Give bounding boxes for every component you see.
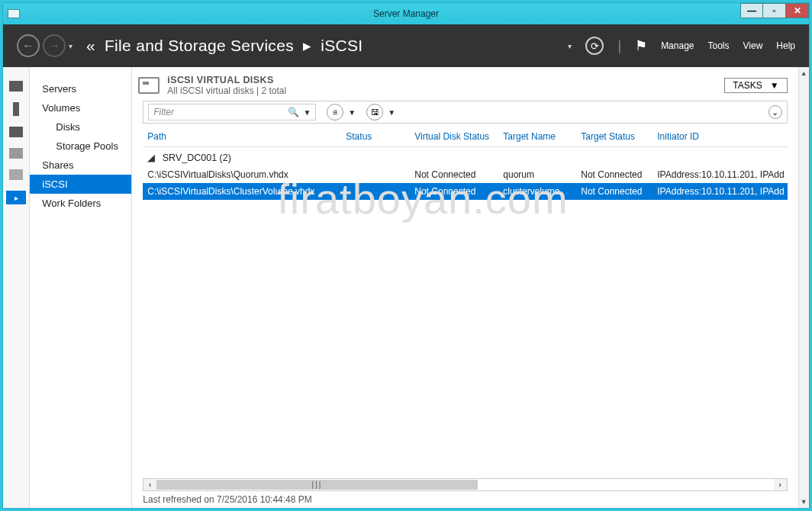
scroll-thumb[interactable]: ||| bbox=[156, 480, 477, 490]
sidebar-item-disks[interactable]: Disks bbox=[30, 117, 131, 137]
rail-role2-icon[interactable] bbox=[9, 169, 23, 180]
vscroll-track[interactable] bbox=[799, 79, 809, 496]
cell-path: C:\iSCSIVirtualDisks\ClusterVolume.vhdx bbox=[143, 185, 341, 198]
header-bar: ← → ▾ « File and Storage Services ▸ iSCS… bbox=[3, 24, 809, 67]
header-right: ▾ ⟳ | ⚑ Manage Tools View Help bbox=[568, 37, 795, 55]
menu-view[interactable]: View bbox=[743, 40, 763, 51]
group-count: (2) bbox=[220, 153, 231, 163]
sidebar-item-iscsi[interactable]: iSCSI bbox=[30, 175, 131, 194]
breadcrumb-level-1[interactable]: File and Storage Services bbox=[105, 37, 294, 55]
sidebar-item-volumes[interactable]: Volumes bbox=[30, 98, 131, 117]
filter-placeholder: Filter bbox=[153, 107, 174, 117]
cell-status bbox=[341, 185, 410, 198]
col-target-name[interactable]: Target Name bbox=[498, 127, 576, 146]
search-icon[interactable]: 🔍 bbox=[286, 107, 300, 117]
sidebar-item-work-folders[interactable]: Work Folders bbox=[30, 194, 131, 213]
panel-title: iSCSI VIRTUAL DISKS bbox=[167, 75, 286, 85]
save-dropdown-icon[interactable]: ▼ bbox=[388, 108, 395, 117]
side-nav: Servers Volumes Disks Storage Pools Shar… bbox=[30, 67, 132, 508]
scroll-down-button[interactable]: ▼ bbox=[799, 496, 809, 508]
table: Path Status Virtual Disk Status Target N… bbox=[143, 127, 787, 491]
cell-vds: Not Connected bbox=[410, 185, 498, 198]
cell-ini: IPAddress:10.10.11.201, IPAdd bbox=[652, 169, 787, 181]
rail-dashboard-icon[interactable] bbox=[9, 81, 23, 92]
chevron-down-icon: ▼ bbox=[770, 80, 779, 91]
col-target-status[interactable]: Target Status bbox=[576, 127, 652, 146]
horizontal-scrollbar[interactable]: ‹ ||| › bbox=[143, 478, 787, 491]
rail-all-servers-icon[interactable] bbox=[9, 127, 23, 137]
window-frame: Server Manager — ▫ ✕ ← → ▾ « File and St… bbox=[2, 2, 810, 509]
window-title: Server Manager bbox=[3, 8, 809, 19]
cell-status bbox=[341, 169, 410, 181]
sidebar-item-shares[interactable]: Shares bbox=[30, 156, 131, 175]
rail-file-storage-icon[interactable]: ▸ bbox=[6, 191, 26, 204]
breadcrumb-back-glyph[interactable]: « bbox=[86, 37, 95, 55]
table-row[interactable]: C:\iSCSIVirtualDisks\Quorum.vhdx Not Con… bbox=[143, 166, 787, 183]
expand-all-button[interactable]: ⌄ bbox=[768, 105, 782, 119]
tasks-button[interactable]: TASKS ▼ bbox=[724, 78, 787, 93]
rail-role-icon[interactable] bbox=[9, 148, 23, 159]
scroll-right-button[interactable]: › bbox=[774, 479, 787, 490]
col-status[interactable]: Status bbox=[341, 127, 410, 146]
filter-dropdown-icon[interactable]: ▼ bbox=[303, 108, 311, 117]
rail-local-server-icon[interactable] bbox=[13, 102, 19, 116]
body: ▸ Servers Volumes Disks Storage Pools Sh… bbox=[3, 67, 809, 508]
forward-button[interactable]: → bbox=[43, 34, 66, 57]
cell-path: C:\iSCSIVirtualDisks\Quorum.vhdx bbox=[143, 169, 341, 181]
separator: | bbox=[617, 38, 621, 54]
refresh-button[interactable]: ⟳ bbox=[585, 37, 604, 55]
cell-target: quorum bbox=[498, 169, 576, 181]
sidebar-item-storage-pools[interactable]: Storage Pools bbox=[30, 137, 131, 156]
vertical-scrollbar[interactable]: ▲ ▼ bbox=[798, 67, 809, 508]
main-panel: firatboyan.com iSCSI VIRTUAL DISKS All i… bbox=[132, 67, 798, 508]
breadcrumb-level-2[interactable]: iSCSI bbox=[321, 37, 362, 55]
breadcrumb-separator-icon: ▸ bbox=[303, 37, 311, 55]
group-row[interactable]: ◢ SRV_DC001 (2) bbox=[143, 147, 787, 166]
back-button[interactable]: ← bbox=[17, 34, 40, 57]
tasks-label: TASKS bbox=[733, 80, 762, 91]
list-view-dropdown-icon[interactable]: ▼ bbox=[348, 108, 356, 117]
filter-input[interactable]: Filter 🔍 ▼ bbox=[148, 104, 316, 121]
maximize-button[interactable]: ▫ bbox=[763, 3, 786, 18]
nav-history-dropdown[interactable]: ▾ bbox=[69, 42, 72, 50]
status-line: Last refreshed on 7/25/2016 10:44:48 PM bbox=[132, 491, 798, 508]
titlebar[interactable]: Server Manager — ▫ ✕ bbox=[3, 3, 809, 24]
cell-vds: Not Connected bbox=[410, 169, 498, 181]
col-initiator-id[interactable]: Initiator ID bbox=[652, 127, 787, 146]
col-path[interactable]: Path bbox=[143, 127, 341, 146]
table-header: Path Status Virtual Disk Status Target N… bbox=[143, 127, 787, 147]
col-virtual-disk-status[interactable]: Virtual Disk Status bbox=[410, 127, 498, 146]
group-name: SRV_DC001 bbox=[163, 153, 217, 163]
menu-tools[interactable]: Tools bbox=[708, 40, 730, 51]
notifications-flag-icon[interactable]: ⚑ bbox=[635, 37, 647, 54]
cell-ts: Not Connected bbox=[576, 185, 652, 198]
cell-ini: IPAddress:10.10.11.201, IPAdd bbox=[652, 185, 787, 198]
breadcrumb: « File and Storage Services ▸ iSCSI bbox=[86, 37, 362, 55]
table-row[interactable]: C:\iSCSIVirtualDisks\ClusterVolume.vhdx … bbox=[143, 183, 787, 200]
panel-subtitle: All iSCSI virtual disks | 2 total bbox=[167, 85, 286, 96]
close-button[interactable]: ✕ bbox=[786, 3, 809, 18]
disk-icon bbox=[138, 77, 160, 94]
cell-target: clustervolume bbox=[498, 185, 576, 198]
window-controls: — ▫ ✕ bbox=[740, 3, 809, 18]
list-view-button[interactable]: ≡ bbox=[327, 104, 343, 121]
sidebar-item-servers[interactable]: Servers bbox=[30, 79, 131, 98]
menu-manage[interactable]: Manage bbox=[661, 40, 694, 51]
menu-help[interactable]: Help bbox=[776, 40, 795, 51]
toolbar: Filter 🔍 ▼ ≡ ▼ 🖫 ▼ ⌄ bbox=[143, 101, 787, 124]
scroll-track[interactable]: ||| bbox=[156, 479, 773, 490]
icon-rail: ▸ bbox=[3, 67, 30, 508]
save-query-button[interactable]: 🖫 bbox=[366, 104, 383, 121]
scroll-up-button[interactable]: ▲ bbox=[799, 67, 809, 79]
scroll-left-button[interactable]: ‹ bbox=[143, 479, 156, 490]
minimize-button[interactable]: — bbox=[740, 3, 763, 18]
collapse-triangle-icon[interactable]: ◢ bbox=[147, 152, 155, 163]
cell-ts: Not Connected bbox=[576, 169, 652, 181]
panel-header: iSCSI VIRTUAL DISKS All iSCSI virtual di… bbox=[132, 67, 798, 101]
breadcrumb-dropdown-icon[interactable]: ▾ bbox=[568, 42, 572, 50]
